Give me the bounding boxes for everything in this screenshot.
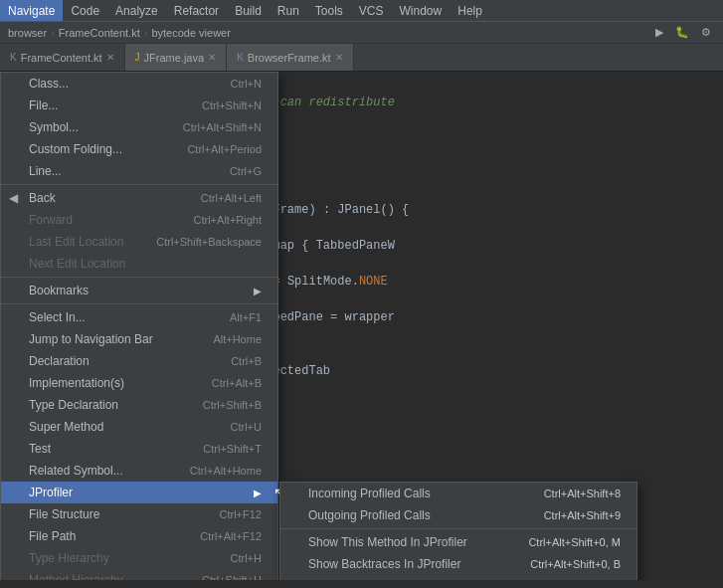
menu-navigate[interactable]: Navigate: [0, 0, 63, 21]
back-icon: ◀: [9, 191, 18, 205]
menu-item-file-path[interactable]: File Path Ctrl+Alt+F12: [1, 525, 277, 547]
bookmarks-arrow-icon: ▶: [254, 286, 262, 296]
submenu-incoming[interactable]: Incoming Profiled Calls Ctrl+Alt+Shift+8: [280, 483, 636, 504]
menu-run[interactable]: Run: [270, 0, 307, 21]
tab-jframe[interactable]: J JFrame.java ✕: [125, 44, 228, 71]
jprofiler-submenu: Incoming Profiled Calls Ctrl+Alt+Shift+8…: [279, 482, 637, 580]
run-button[interactable]: ▶: [651, 24, 667, 41]
tab-label-framecontent: FrameContent.kt: [21, 52, 102, 64]
submenu-show-cumulated[interactable]: Show Cumulated Outgoing Calls In JProfil…: [280, 575, 636, 580]
menu-item-next-edit: Next Edit Location: [1, 253, 277, 275]
menu-item-type-hier[interactable]: Type Hierarchy Ctrl+H: [1, 547, 277, 569]
tab-icon-kt: K: [10, 52, 17, 63]
menu-window[interactable]: Window: [392, 0, 451, 21]
menu-item-jprofiler[interactable]: JProfiler ▶ ↖ Incoming Profiled Calls Ct…: [1, 482, 277, 503]
tab-close-framecontent[interactable]: ✕: [106, 52, 114, 63]
menu-help[interactable]: Help: [450, 0, 490, 21]
separator-1: [1, 184, 277, 185]
menu-bar: Navigate Code Analyze Refactor Build Run…: [0, 0, 723, 22]
menu-code[interactable]: Code: [63, 0, 107, 21]
menu-item-file[interactable]: File... Ctrl+Shift+N: [1, 95, 277, 116]
breadcrumb-sep2: ›: [144, 27, 148, 39]
menu-item-line[interactable]: Line... Ctrl+G: [1, 160, 277, 182]
menu-item-super-method[interactable]: Super Method Ctrl+U: [1, 416, 277, 438]
tab-close-browserframe[interactable]: ✕: [335, 52, 343, 63]
menu-item-test[interactable]: Test Ctrl+Shift+T: [1, 438, 277, 460]
menu-item-type-decl[interactable]: Type Declaration Ctrl+Shift+B: [1, 394, 277, 416]
submenu-sep1: [280, 528, 636, 529]
breadcrumb: browser › FrameContent.kt › bytecode vie…: [0, 22, 723, 44]
menu-item-bookmarks[interactable]: Bookmarks ▶: [1, 280, 277, 301]
breadcrumb-file[interactable]: FrameContent.kt: [59, 27, 140, 39]
submenu-show-backtraces[interactable]: Show Backtraces In JProfiler Ctrl+Alt+Sh…: [280, 553, 636, 575]
menu-item-select-in[interactable]: Select In... Alt+F1: [1, 306, 277, 328]
breadcrumb-browser[interactable]: browser: [8, 27, 47, 39]
menu-item-implementations[interactable]: Implementation(s) Ctrl+Alt+B: [1, 372, 277, 394]
tab-close-jframe[interactable]: ✕: [208, 52, 216, 63]
menu-item-symbol[interactable]: Symbol... Ctrl+Alt+Shift+N: [1, 116, 277, 138]
menu-item-file-structure[interactable]: File Structure Ctrl+F12: [1, 503, 277, 525]
settings-button[interactable]: ⚙: [697, 24, 715, 41]
editor-area: // This library is free software; you ca…: [0, 72, 723, 580]
menu-item-forward: Forward Ctrl+Alt+Right: [1, 209, 277, 231]
menu-tools[interactable]: Tools: [307, 0, 351, 21]
menu-item-related-symbol[interactable]: Related Symbol... Ctrl+Alt+Home: [1, 460, 277, 482]
submenu-outgoing[interactable]: Outgoing Profiled Calls Ctrl+Alt+Shift+9: [280, 504, 636, 526]
navigate-dropdown: Class... Ctrl+N File... Ctrl+Shift+N Sym…: [0, 72, 278, 580]
menu-item-back[interactable]: ◀ Back Ctrl+Alt+Left: [1, 187, 277, 209]
tab-framecontent[interactable]: K FrameContent.kt ✕: [0, 44, 125, 71]
submenu-show-method[interactable]: Show This Method In JProfiler Ctrl+Alt+S…: [280, 531, 636, 553]
menu-item-method-hier[interactable]: Method Hierarchy Ctrl+Shift+H: [1, 569, 277, 580]
tab-icon-java: J: [135, 52, 140, 63]
menu-refactor[interactable]: Refactor: [166, 0, 227, 21]
tab-label-browserframe: BrowserFrame.kt: [248, 52, 331, 64]
tab-icon-browserframe: K: [237, 52, 244, 63]
breadcrumb-sep1: ›: [51, 27, 55, 39]
menu-item-class[interactable]: Class... Ctrl+N: [1, 73, 277, 95]
menu-item-custom-folding[interactable]: Custom Folding... Ctrl+Alt+Period: [1, 138, 277, 160]
menu-item-declaration[interactable]: Declaration Ctrl+B: [1, 350, 277, 372]
tab-label-jframe: JFrame.java: [144, 52, 205, 64]
menu-vcs[interactable]: VCS: [351, 0, 392, 21]
jprofiler-arrow-icon: ▶: [254, 488, 262, 498]
breadcrumb-viewer[interactable]: bytecode viewer: [151, 27, 231, 39]
tab-browserframe[interactable]: K BrowserFrame.kt ✕: [227, 44, 353, 71]
tab-bar: K FrameContent.kt ✕ J JFrame.java ✕ K Br…: [0, 44, 723, 72]
separator-3: [1, 303, 277, 304]
menu-analyze[interactable]: Analyze: [107, 0, 166, 21]
menu-item-jump-nav[interactable]: Jump to Navigation Bar Alt+Home: [1, 328, 277, 350]
separator-2: [1, 277, 277, 278]
menu-build[interactable]: Build: [227, 0, 270, 21]
debug-button[interactable]: 🐛: [671, 24, 693, 41]
menu-item-last-edit: Last Edit Location Ctrl+Shift+Backspace: [1, 231, 277, 253]
